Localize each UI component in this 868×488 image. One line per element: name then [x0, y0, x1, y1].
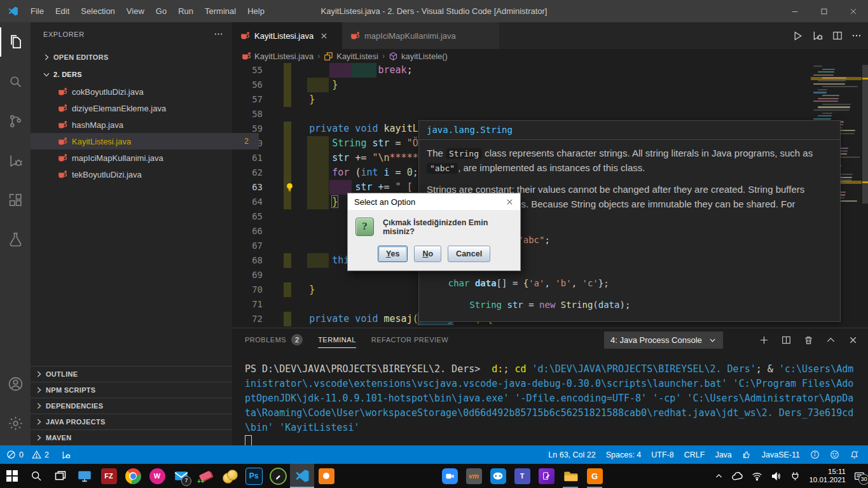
taskbar-vscode-icon[interactable]: [290, 464, 314, 488]
dialog-close-icon[interactable]: [506, 198, 514, 206]
close-icon[interactable]: [320, 32, 328, 40]
sidebar-section-outline[interactable]: OUTLINE: [31, 366, 232, 382]
notification-center-icon[interactable]: 30: [854, 471, 865, 482]
breadcrumb-item-KayitListesi.java[interactable]: KayitListesi.java: [241, 51, 313, 61]
sidebar-file-cokBoyutluDizi.java[interactable]: cokBoyutluDizi.java: [31, 83, 259, 100]
activity-account-icon[interactable]: [0, 364, 31, 403]
menu-edit[interactable]: Edit: [50, 0, 75, 22]
panel-tab-terminal[interactable]: TERMINAL: [318, 328, 356, 351]
taskbar-wampserver-icon[interactable]: W: [145, 464, 169, 488]
activity-source-control-icon[interactable]: [0, 101, 31, 141]
tab-mapIciMapKullanimi.java[interactable]: mapIciMapKullanimi.java: [342, 22, 500, 49]
status-crlf[interactable]: CRLF: [684, 450, 705, 459]
status-ln-63-col-22[interactable]: Ln 63, Col 22: [548, 450, 595, 459]
status-java[interactable]: Java: [715, 450, 731, 459]
onedrive-cloud-icon[interactable]: [731, 470, 743, 482]
taskbar-teamviewer-icon[interactable]: [486, 464, 510, 488]
menu-help[interactable]: Help: [242, 0, 270, 22]
breadcrumb-item-kayitListele()[interactable]: kayitListele(): [389, 52, 448, 61]
activity-search-icon[interactable]: [0, 62, 31, 101]
bell-icon[interactable]: [850, 450, 859, 459]
taskbar-task-view-icon[interactable]: [48, 464, 72, 488]
menu-terminal[interactable]: Terminal: [199, 0, 242, 22]
status-javase-11[interactable]: JavaSE-11: [762, 450, 800, 459]
breadcrumb-item-KayitListesi[interactable]: KayitListesi: [324, 52, 378, 61]
activity-explorer-icon[interactable]: [0, 22, 31, 62]
taskbar-mail-icon[interactable]: 7: [169, 464, 193, 488]
activity-testing-icon[interactable]: [0, 220, 31, 259]
terminal-selector-dropdown[interactable]: 4: Java Process Console: [604, 331, 723, 349]
menu-file[interactable]: File: [25, 0, 50, 22]
panel-tab-refactor-preview[interactable]: REFACTOR PREVIEW: [371, 328, 448, 351]
close-button[interactable]: [839, 0, 868, 22]
minimize-button[interactable]: [780, 0, 809, 22]
maximize-panel-button[interactable]: [826, 335, 836, 345]
info-icon[interactable]: [810, 450, 820, 459]
select-option-dialog: Select an Option ? Çıkmak İstediğinizden…: [347, 193, 521, 271]
run-debug-button[interactable]: [812, 30, 823, 41]
taskbar-journal-app-icon[interactable]: [534, 464, 558, 488]
taskbar-teams-icon[interactable]: T: [510, 464, 534, 488]
menu-go[interactable]: Go: [150, 0, 172, 22]
sidebar-file-hashMap.java[interactable]: hashMap.java: [31, 116, 259, 133]
menu-view[interactable]: View: [121, 0, 150, 22]
dialog-no-button[interactable]: No: [414, 246, 441, 262]
sidebar-section-dependencies[interactable]: DEPENDENCIES: [31, 398, 232, 414]
dialog-cancel-button[interactable]: Cancel: [448, 246, 490, 262]
taskbar-file-explorer-icon[interactable]: [558, 464, 582, 488]
taskbar-gaaiho-pdf-icon[interactable]: G: [582, 464, 607, 488]
feedback-icon[interactable]: [830, 450, 839, 459]
status-spaces-4[interactable]: Spaces: 4: [606, 450, 642, 459]
menu-run[interactable]: Run: [172, 0, 199, 22]
sidebar-file-diziyeElemanEkleme.java[interactable]: diziyeElemanEkleme.java: [31, 100, 259, 116]
maximize-button[interactable]: [809, 0, 839, 22]
split-terminal-button[interactable]: [782, 335, 791, 345]
taskbar-vmware-icon[interactable]: vm: [462, 464, 486, 488]
run-button[interactable]: [792, 31, 803, 41]
thumbs-up-icon[interactable]: [742, 450, 752, 459]
clock[interactable]: 15:11 10.01.2021: [809, 468, 846, 484]
new-terminal-button[interactable]: [759, 335, 769, 345]
tray-chevron-up-icon[interactable]: [715, 472, 723, 480]
terminal-output[interactable]: PS D:\DEV\JAVA\PROJECTS\BIREYSEL\2. Ders…: [245, 362, 853, 435]
lightbulb-icon[interactable]: [284, 182, 295, 193]
sidebar-more-actions-icon[interactable]: [214, 29, 223, 39]
volume-icon[interactable]: [771, 471, 782, 482]
activity-settings-icon[interactable]: [0, 403, 31, 443]
taskbar-filezilla-icon[interactable]: FZ: [97, 464, 121, 488]
menu-selection[interactable]: Selection: [75, 0, 120, 22]
sidebar-section-npm-scripts[interactable]: NPM SCRIPTS: [31, 382, 232, 398]
taskbar-photoshop-icon[interactable]: Ps: [242, 464, 266, 488]
activity-extensions-icon[interactable]: [0, 180, 31, 220]
taskbar-screen-recorder-icon[interactable]: [266, 464, 290, 488]
taskbar-coins-app-icon[interactable]: [217, 464, 242, 488]
dialog-yes-button[interactable]: Yes: [378, 246, 408, 262]
panel-tab-problems[interactable]: PROBLEMS2: [245, 328, 303, 351]
errors-warnings-status[interactable]: 02: [6, 450, 49, 459]
sidebar-file-mapIciMapKullanimi.java[interactable]: mapIciMapKullanimi.java: [31, 150, 259, 166]
taskbar-chrome-icon[interactable]: [121, 464, 145, 488]
tab-KayitListesi.java[interactable]: KayitListesi.java: [232, 22, 342, 49]
sidebar-section-java-projects[interactable]: JAVA PROJECTS: [31, 414, 232, 429]
activity-run-debug-icon[interactable]: [0, 141, 31, 180]
kill-terminal-button[interactable]: [804, 335, 813, 345]
taskbar-ocam-icon[interactable]: [314, 464, 338, 488]
open-editors-section[interactable]: OPEN EDITORS: [31, 50, 244, 64]
close-panel-button[interactable]: [848, 335, 858, 345]
taskbar-start-icon[interactable]: [0, 464, 24, 488]
status-utf-8[interactable]: UTF-8: [651, 450, 673, 459]
more-actions-icon[interactable]: [851, 31, 862, 41]
taskbar-eraser-app-icon[interactable]: ++: [193, 464, 217, 488]
taskbar-zoom-app-icon[interactable]: [437, 464, 462, 488]
dialog-title-bar[interactable]: Select an Option: [348, 193, 520, 210]
debug-status-icon[interactable]: [61, 450, 71, 460]
folder-2-ders[interactable]: 2. DERS: [31, 67, 244, 82]
power-plug-icon[interactable]: [790, 471, 801, 482]
sidebar-section-maven[interactable]: MAVEN: [31, 429, 232, 445]
taskbar-remote-desktop-icon[interactable]: [72, 464, 97, 488]
sidebar-file-KayitListesi.java[interactable]: KayitListesi.java2: [31, 133, 259, 150]
split-editor-button[interactable]: [832, 31, 843, 41]
sidebar-file-tekBoyutluDizi.java[interactable]: tekBoyutluDizi.java: [31, 166, 259, 183]
wifi-icon[interactable]: [752, 471, 762, 482]
taskbar-taskbar-search-icon[interactable]: [24, 464, 48, 488]
